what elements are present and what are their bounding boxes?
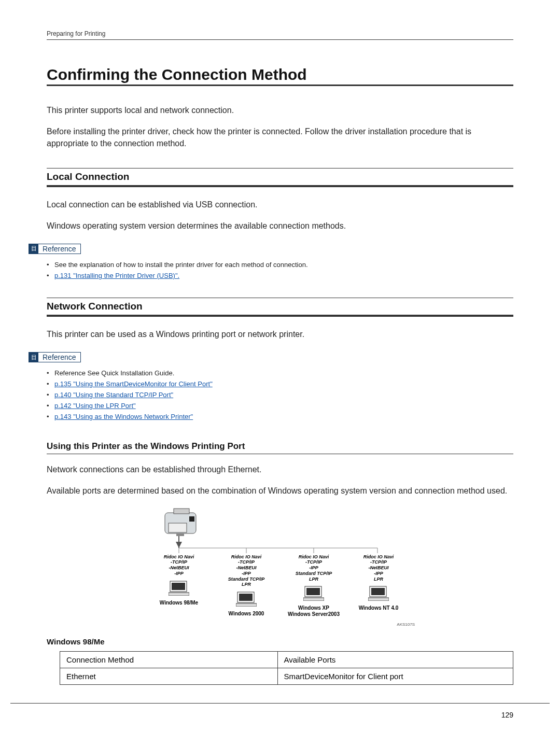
- network-ref-item-2: p.135 "Using the SmartDeviceMonitor for …: [47, 380, 513, 388]
- svg-rect-12: [172, 583, 185, 590]
- network-ref-item-3: p.140 "Using the Standard TCP/IP Port": [47, 391, 513, 399]
- header-text: Preparing for Printing: [47, 30, 105, 37]
- local-p2: Windows operating system version determi…: [47, 220, 513, 232]
- svg-rect-22: [368, 598, 389, 601]
- local-p1: Local connection can be established via …: [47, 199, 513, 210]
- page-title: Confirming the Connection Method: [47, 66, 513, 86]
- local-connection-heading: Local Connection: [47, 168, 513, 187]
- network-ref-link-2[interactable]: p.140 "Using the Standard TCP/IP Port": [54, 391, 173, 399]
- network-ref-item-1: Reference See Quick Installation Guide.: [47, 369, 513, 377]
- os-block-winnt: Ridoc IO Navi -TCP/IP -NetBEUI -IPP LPR …: [347, 554, 410, 612]
- network-p1: This printer can be used as a Windows pr…: [47, 328, 513, 340]
- os4-protocols: Ridoc IO Navi -TCP/IP -NetBEUI -IPP LPR: [347, 554, 410, 582]
- diagram-code: AKS107S: [397, 622, 415, 627]
- reference-label: Reference: [38, 245, 80, 253]
- windows-port-heading: Using this Printer as the Windows Printi…: [47, 441, 513, 454]
- os1-protocols: Ridoc IO Navi -TCP/IP -NetBEUI -IPP: [148, 554, 210, 577]
- reference-label-2: Reference: [38, 353, 80, 361]
- svg-rect-16: [236, 603, 257, 607]
- network-ref-link-3[interactable]: p.142 "Using the LPR Port": [54, 402, 136, 410]
- table-cell-ports: SmartDeviceMonitor for Client port: [277, 668, 513, 684]
- table-cell-method: Ethernet: [60, 668, 278, 684]
- os2-protocols: Ridoc IO Navi -TCP/IP -NetBEUI -IPP Stan…: [215, 554, 277, 588]
- svg-rect-19: [303, 598, 324, 601]
- local-ref-item-2: p.131 "Installing the Printer Driver (US…: [47, 272, 513, 279]
- ports-table: Connection Method Available Ports Ethern…: [60, 651, 513, 685]
- svg-rect-15: [239, 594, 253, 601]
- svg-rect-13: [169, 593, 189, 596]
- computer-icon: [236, 591, 257, 607]
- reference-badge: 目 Reference: [29, 244, 81, 254]
- os-block-win2000: Ridoc IO Navi -TCP/IP -NetBEUI -IPP Stan…: [215, 554, 277, 617]
- reference-badge-2: 目 Reference: [29, 352, 81, 362]
- local-ref-item-1: See the explanation of how to install th…: [47, 261, 513, 269]
- network-ref-item-5: p.143 "Using as the Windows Network Prin…: [47, 413, 513, 420]
- table-header-2: Available Ports: [277, 651, 513, 668]
- computer-icon: [368, 585, 389, 601]
- network-ref-link-1[interactable]: p.135 "Using the SmartDeviceMonitor for …: [54, 380, 213, 388]
- os1-name: Windows 98/Me: [148, 600, 210, 606]
- intro-paragraph-2: Before installing the printer driver, ch…: [47, 125, 513, 149]
- network-diagram: Ridoc IO Navi -TCP/IP -NetBEUI -IPP Wind…: [145, 508, 415, 624]
- footer-line: [10, 703, 550, 704]
- page-number: 129: [501, 711, 513, 719]
- reference-icon: 目: [29, 244, 38, 254]
- network-ref-item-4: p.142 "Using the LPR Port": [47, 402, 513, 410]
- os-block-win98: Ridoc IO Navi -TCP/IP -NetBEUI -IPP Wind…: [148, 554, 210, 606]
- table-row: Connection Method Available Ports: [60, 651, 513, 668]
- os-block-winxp: Ridoc IO Navi -TCP/IP -IPP Standard TCP/…: [283, 554, 345, 618]
- local-ref-link-1[interactable]: p.131 "Installing the Printer Driver (US…: [54, 272, 179, 279]
- network-sub-p1: Network connections can be established t…: [47, 463, 513, 475]
- svg-rect-18: [306, 588, 320, 595]
- computer-icon: [169, 580, 189, 596]
- os2-name: Windows 2000: [215, 611, 277, 617]
- network-sub-p2: Available ports are determined based on …: [47, 485, 513, 497]
- reference-icon: 目: [29, 353, 38, 362]
- network-ref-link-4[interactable]: p.143 "Using as the Windows Network Prin…: [54, 413, 193, 420]
- table-header-1: Connection Method: [60, 651, 278, 668]
- os3-protocols: Ridoc IO Navi -TCP/IP -IPP Standard TCP/…: [283, 554, 345, 582]
- computer-icon: [303, 585, 324, 601]
- table-row: Ethernet SmartDeviceMonitor for Client p…: [60, 668, 513, 684]
- local-reference-list: See the explanation of how to install th…: [47, 261, 513, 279]
- network-reference-list: Reference See Quick Installation Guide. …: [47, 369, 513, 420]
- os3-name: Windows XP Windows Server2003: [283, 605, 345, 617]
- os4-name: Windows NT 4.0: [347, 605, 410, 611]
- svg-rect-21: [371, 588, 385, 595]
- intro-paragraph-1: This printer supports local and network …: [47, 104, 513, 116]
- network-connection-heading: Network Connection: [47, 298, 513, 317]
- table-os-heading: Windows 98/Me: [47, 637, 513, 646]
- page-header: Preparing for Printing: [47, 29, 513, 40]
